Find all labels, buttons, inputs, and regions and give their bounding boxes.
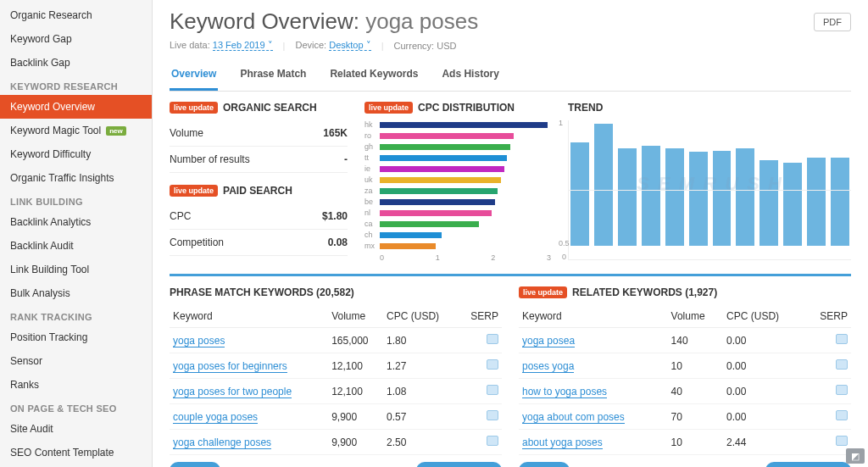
cpc-bar-row: mx <box>364 242 551 250</box>
serp-icon[interactable] <box>836 334 848 344</box>
table-row: about yoga poses102.44 <box>519 430 851 455</box>
serp-icon[interactable] <box>836 359 848 370</box>
serp-icon[interactable] <box>487 436 498 446</box>
live-badge: live update <box>519 286 567 298</box>
view-full-report-button[interactable]: View full report <box>765 462 851 467</box>
trend-bar <box>831 158 849 246</box>
keyword-link[interactable]: yoga challenge poses <box>173 436 271 449</box>
sidebar-item[interactable]: Link Building Tool <box>0 258 152 281</box>
cpc-bar-row: uk <box>364 175 551 184</box>
keyword-link[interactable]: yoga posea <box>522 335 575 347</box>
sidebar-item[interactable]: Keyword Gap <box>0 27 152 51</box>
view-full-report-button[interactable]: View full report <box>416 462 502 467</box>
sidebar-item[interactable]: Keyword Magic Toolnew <box>0 119 152 142</box>
sidebar-group-title: LINK BUILDING <box>0 190 152 210</box>
divider <box>170 274 851 276</box>
sidebar-item[interactable]: Organic Traffic Insights <box>0 166 152 190</box>
metric-competition[interactable]: Competition0.08 <box>170 230 348 256</box>
export-button[interactable]: Export <box>519 462 570 467</box>
sidebar-item[interactable]: Keyword Overview <box>0 95 152 119</box>
serp-icon[interactable] <box>836 385 848 395</box>
header: Keyword Overview: yoga poses PDF Live da… <box>153 0 868 92</box>
phrase-match-panel: PHRASE MATCH KEYWORDS (20,582) KeywordVo… <box>170 286 502 467</box>
keyword-link[interactable]: about yoga poses <box>522 436 603 449</box>
cpc-bar-row: gh <box>364 142 551 151</box>
trend-chart: 10.5 0 S E M R U S H <box>568 120 851 260</box>
trend-bar <box>807 158 826 246</box>
tabs: OverviewPhrase MatchRelated KeywordsAds … <box>170 63 851 92</box>
trend-bar <box>736 148 754 246</box>
sidebar-item[interactable]: Ranks <box>0 373 152 397</box>
cpc-bar-row: tt <box>364 153 551 162</box>
cpc-bar-row: za <box>364 186 551 195</box>
cpc-bar-row: ro <box>364 131 551 140</box>
serp-icon[interactable] <box>487 410 498 420</box>
metric-volume[interactable]: Volume165K <box>170 120 348 147</box>
sidebar-item[interactable]: Backlink Audit <box>0 234 152 258</box>
sidebar-group-title: RANK TRACKING <box>0 305 152 325</box>
sidebar-item[interactable]: Backlink Gap <box>0 51 152 75</box>
trend-bar <box>665 148 684 246</box>
live-data-label: Live data: 13 Feb 2019 ˅ <box>170 40 273 51</box>
related-keywords-panel: live updateRELATED KEYWORDS (1,927) Keyw… <box>519 286 851 467</box>
sidebar-group-title: KEYWORD RESEARCH <box>0 75 152 95</box>
table-row: yoga poses for beginners12,1001.27 <box>170 353 502 379</box>
feedback-icon[interactable]: ◩ <box>846 448 865 464</box>
sidebar-item[interactable]: Bulk Analysis <box>0 281 152 305</box>
keyword-link[interactable]: yoga about com poses <box>522 411 625 424</box>
serp-icon[interactable] <box>487 385 498 395</box>
live-badge: live update <box>170 185 218 197</box>
sidebar-item[interactable]: Keyword Difficulty <box>0 142 152 166</box>
sidebar-item[interactable]: Organic Research <box>0 3 152 27</box>
sidebar-item[interactable]: Site Audit <box>0 417 152 441</box>
metric-cpc[interactable]: CPC$1.80 <box>170 203 348 230</box>
cpc-bar-row: ie <box>364 164 551 173</box>
live-badge: live update <box>170 102 218 114</box>
table-row: couple yoga poses9,9000.57 <box>170 404 502 430</box>
tab[interactable]: Related Keywords <box>328 63 420 91</box>
trend-bar <box>618 148 637 246</box>
live-badge: live update <box>364 102 413 114</box>
cpc-bar-row: hk <box>364 120 551 129</box>
sidebar-group-title: ON PAGE & TECH SEO <box>0 397 152 417</box>
watermark: S E M R U S H <box>569 173 851 195</box>
export-button[interactable]: Export <box>170 462 220 467</box>
new-badge: new <box>106 126 126 136</box>
keyword-link[interactable]: poses yoga <box>522 360 574 373</box>
sidebar-item[interactable]: Sensor <box>0 349 152 373</box>
sidebar-item[interactable]: SEO Content Template <box>0 441 152 464</box>
keyword-link[interactable]: couple yoga poses <box>173 411 258 424</box>
table-row: poses yoga100.00 <box>519 353 851 379</box>
keyword-link[interactable]: how to yoga poses <box>522 386 607 398</box>
currency-label: Currency: USD <box>394 41 457 51</box>
organic-paid-panel: live updateORGANIC SEARCH Volume165K Num… <box>170 102 348 262</box>
device-link[interactable]: Desktop ˅ <box>329 40 370 51</box>
trend-bar <box>689 152 708 246</box>
cpc-bar-row: be <box>364 197 551 206</box>
keyword-link[interactable]: yoga poses for two people <box>173 386 292 398</box>
trend-panel: TREND 10.5 0 S E M R U S H <box>568 102 851 262</box>
sidebar: Organic ResearchKeyword GapBacklink Gap … <box>0 0 153 467</box>
pdf-button[interactable]: PDF <box>814 13 851 31</box>
cpc-distribution-panel: live updateCPC DISTRIBUTION hkroghttieuk… <box>364 102 551 262</box>
sidebar-item[interactable]: Position Tracking <box>0 325 152 349</box>
related-table: KeywordVolumeCPC (USD)SERPyoga posea1400… <box>519 305 851 455</box>
cpc-bar-row: ca <box>364 220 551 228</box>
phrase-table: KeywordVolumeCPC (USD)SERPyoga poses165,… <box>170 305 502 455</box>
serp-icon[interactable] <box>487 359 498 370</box>
tab[interactable]: Ads History <box>440 63 500 91</box>
metric-results[interactable]: Number of results- <box>170 147 348 173</box>
keyword-link[interactable]: yoga poses <box>173 335 225 347</box>
trend-bar <box>642 146 660 246</box>
device-label: Device: Desktop ˅ <box>295 40 370 51</box>
tab[interactable]: Phrase Match <box>238 63 308 91</box>
table-row: yoga challenge poses9,9002.50 <box>170 430 502 455</box>
serp-icon[interactable] <box>836 410 848 420</box>
keyword-link[interactable]: yoga poses for beginners <box>173 360 287 373</box>
table-row: how to yoga poses400.00 <box>519 379 851 404</box>
sidebar-item[interactable]: Backlink Analytics <box>0 210 152 234</box>
serp-icon[interactable] <box>487 334 498 344</box>
tab[interactable]: Overview <box>170 63 218 91</box>
live-date-link[interactable]: 13 Feb 2019 ˅ <box>213 40 273 51</box>
serp-icon[interactable] <box>836 436 848 446</box>
